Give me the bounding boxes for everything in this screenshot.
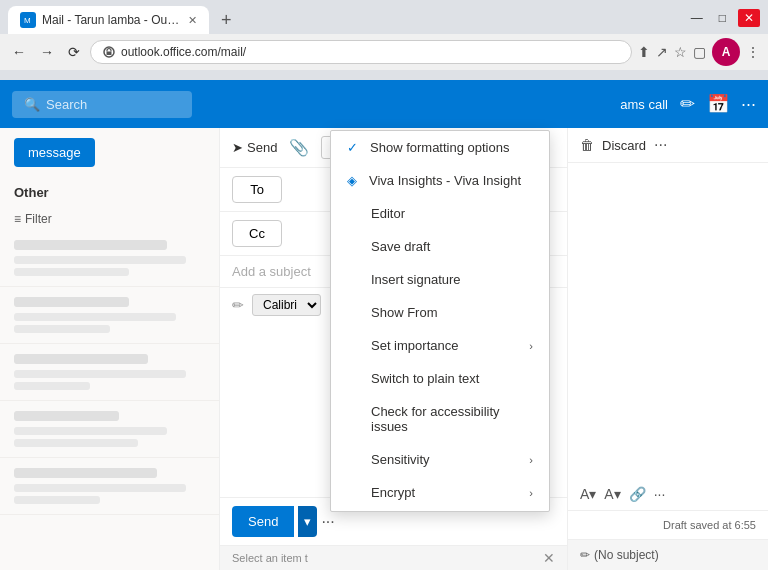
window-close-btn[interactable]: ✕ [738,9,760,27]
menu-item-label: Save draft [371,239,533,254]
menu-item-label: Check for accessibility issues [371,404,533,434]
menu-item-set-importance[interactable]: Set importance› [331,329,549,362]
new-message-button[interactable]: message [14,138,95,167]
to-button[interactable]: To [232,176,282,203]
check-icon: ✓ [347,140,358,155]
font-pencil-icon: ✏ [232,297,244,313]
extensions-btn[interactable]: ⬆ [638,44,650,60]
menu-item-editor[interactable]: Editor [331,197,549,230]
attach-button[interactable]: 📎 [289,138,309,157]
menu-item-label: Encrypt [371,485,521,500]
mail-preview2 [14,325,110,333]
mail-preview2 [14,439,138,447]
menu-btn[interactable]: ⋮ [746,44,760,60]
teams-call[interactable]: ams call [620,97,668,112]
tab-favicon: M [20,12,36,28]
menu-item-switch-plain[interactable]: Switch to plain text [331,362,549,395]
window-minimize-btn[interactable]: — [687,9,707,27]
more-format-btn[interactable]: ··· [654,486,666,502]
menu-item-show-from[interactable]: Show From [331,296,549,329]
send-label: Send [247,140,277,155]
send-chevron-button[interactable]: ▾ [298,506,317,537]
font-color-btn[interactable]: A▾ [580,486,596,502]
browser-action-buttons: ⬆ ↗ ☆ ▢ A ⋮ [638,38,760,66]
filter-icon: ≡ [14,212,21,226]
search-input-label: Search [46,97,87,112]
mail-sender [14,297,129,307]
mail-preview [14,313,176,321]
menu-item-save-draft[interactable]: Save draft [331,230,549,263]
menu-item-accessibility[interactable]: Check for accessibility issues [331,395,549,443]
mail-list [0,230,219,515]
search-box[interactable]: 🔍 Search [12,91,192,118]
mail-preview [14,256,186,264]
address-bar[interactable]: outlook.office.com/mail/ [90,40,632,64]
back-button[interactable]: ← [8,42,30,62]
mail-preview2 [14,382,90,390]
viva-icon: ◈ [347,173,357,188]
favorites-btn[interactable]: ☆ [674,44,687,60]
menu-item-show-formatting[interactable]: ✓Show formatting options [331,131,549,164]
list-item[interactable] [0,401,219,458]
filter-label: Filter [25,212,52,226]
menu-item-show-message-options[interactable]: Show message options... [331,509,549,511]
top-right-actions: ams call ✏ 📅 ··· [620,93,756,115]
menu-item-label: Sensitivity [371,452,521,467]
trash-icon: 🗑 [580,137,594,153]
profile-avatar[interactable]: A [712,38,740,66]
mail-sender [14,354,148,364]
menu-item-sensitivity[interactable]: Sensitivity› [331,443,549,476]
discard-button[interactable]: Discard [602,138,646,153]
svg-text:M: M [24,16,31,25]
send-bottom-button[interactable]: Send [232,506,294,537]
menu-item-encrypt[interactable]: Encrypt› [331,476,549,509]
mail-sender [14,411,119,421]
send-button-top[interactable]: ➤ Send [232,140,277,155]
mail-sender [14,240,167,250]
menu-item-label: Show formatting options [370,140,533,155]
menu-item-insert-signature[interactable]: Insert signature [331,263,549,296]
more-right-btn[interactable]: ··· [654,136,667,154]
forward-button[interactable]: → [36,42,58,62]
right-panel: 🗑 Discard ··· A▾ A▾ 🔗 ··· Draft saved at… [568,128,768,570]
more-btn[interactable]: ··· [741,94,756,115]
pencil-small-icon: ✏ [580,548,590,562]
compose-icon-btn[interactable]: ✏ [680,93,695,115]
filter-row[interactable]: ≡ Filter [0,208,219,230]
subject-placeholder: Add a subject [232,264,311,279]
menu-item-viva-insights[interactable]: ◈Viva Insights - Viva Insight [331,164,549,197]
menu-item-label: Show From [371,305,533,320]
draft-saved-status: Draft saved at 6:55 [568,511,768,539]
browser-tab[interactable]: M Mail - Tarun lamba - Outlook ✕ [8,6,209,34]
new-tab-button[interactable]: + [213,10,240,31]
tab-title: Mail - Tarun lamba - Outlook [42,13,182,27]
tab-bar: M Mail - Tarun lamba - Outlook ✕ + — □ ✕ [0,0,768,34]
share-btn[interactable]: ↗ [656,44,668,60]
highlight-btn[interactable]: A▾ [604,486,620,502]
split-btn[interactable]: ▢ [693,44,706,60]
address-bar-row: ← → ⟳ outlook.office.com/mail/ ⬆ ↗ ☆ ▢ A… [0,34,768,70]
dropdown-menu[interactable]: ✓Show formatting options◈Viva Insights -… [330,130,550,512]
menu-item-label: Editor [371,206,533,221]
right-format-bar: A▾ A▾ 🔗 ··· [568,478,768,511]
select-item-bar: Select an item t ✕ [220,545,567,570]
font-select[interactable]: Calibri [252,294,321,316]
mail-preview2 [14,496,100,504]
mail-preview [14,484,186,492]
refresh-button[interactable]: ⟳ [64,42,84,62]
list-item[interactable] [0,458,219,515]
link-btn[interactable]: 🔗 [629,486,646,502]
list-item[interactable] [0,287,219,344]
cc-button[interactable]: Cc [232,220,282,247]
tab-close-btn[interactable]: ✕ [188,14,197,27]
close-bar-btn[interactable]: ✕ [543,550,555,566]
window-maximize-btn[interactable]: □ [715,9,730,27]
lock-icon [103,46,115,58]
list-item[interactable] [0,230,219,287]
bottom-dots[interactable]: ··· [321,513,334,531]
calendar-icon-btn[interactable]: 📅 [707,93,729,115]
teams-call-label: ams call [620,97,668,112]
mail-preview [14,427,167,435]
sidebar-header: message [0,128,219,177]
list-item[interactable] [0,344,219,401]
